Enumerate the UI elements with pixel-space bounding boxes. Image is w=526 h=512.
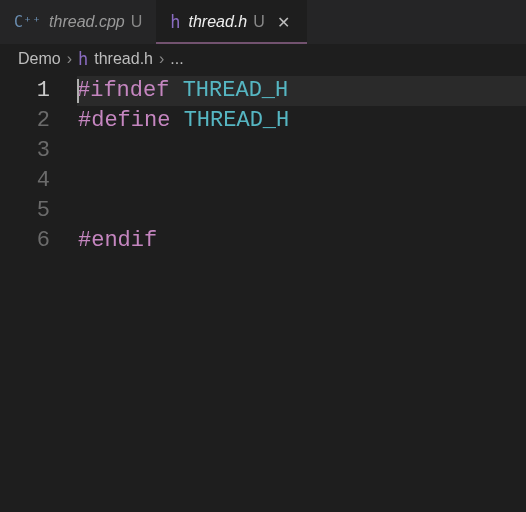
code-token: #ifndef xyxy=(77,78,169,103)
close-icon[interactable]: ✕ xyxy=(275,13,293,31)
code-token: THREAD_H xyxy=(183,78,289,103)
code-line[interactable]: #define THREAD_H xyxy=(78,106,526,136)
line-number: 4 xyxy=(0,166,50,196)
tab-thread-cpp[interactable]: C⁺⁺ thread.cpp U xyxy=(0,0,156,44)
breadcrumb-tail[interactable]: ... xyxy=(170,50,183,68)
h-icon: h xyxy=(78,49,88,69)
modified-indicator: U xyxy=(253,13,265,31)
code-token xyxy=(170,108,183,133)
code-token: #endif xyxy=(78,228,157,253)
tab-label: thread.cpp xyxy=(49,13,125,31)
tab-thread-h[interactable]: h thread.h U ✕ xyxy=(156,0,307,44)
code-line[interactable] xyxy=(78,136,526,166)
code-line[interactable] xyxy=(78,196,526,226)
code-line[interactable] xyxy=(78,166,526,196)
tab-label: thread.h xyxy=(189,13,248,31)
line-number: 6 xyxy=(0,226,50,256)
modified-indicator: U xyxy=(131,13,143,31)
h-icon: h xyxy=(170,12,180,32)
chevron-right-icon: › xyxy=(67,50,72,68)
line-number: 5 xyxy=(0,196,50,226)
breadcrumb-root[interactable]: Demo xyxy=(18,50,61,68)
line-number: 2 xyxy=(0,106,50,136)
code-editor[interactable]: 123456 #ifndef THREAD_H#define THREAD_H#… xyxy=(0,74,526,256)
line-gutter: 123456 xyxy=(0,76,78,256)
breadcrumb-file[interactable]: thread.h xyxy=(94,50,153,68)
line-number: 3 xyxy=(0,136,50,166)
tabbar: C⁺⁺ thread.cpp U h thread.h U ✕ xyxy=(0,0,526,44)
code-line[interactable]: #endif xyxy=(78,226,526,256)
line-number: 1 xyxy=(0,76,50,106)
code-area[interactable]: #ifndef THREAD_H#define THREAD_H#endif xyxy=(78,76,526,256)
breadcrumb[interactable]: Demo › h thread.h › ... xyxy=(0,44,526,74)
code-token: THREAD_H xyxy=(184,108,290,133)
text-cursor xyxy=(77,79,79,103)
code-line[interactable]: #ifndef THREAD_H xyxy=(77,76,526,106)
cpp-icon: C⁺⁺ xyxy=(14,13,41,31)
code-token: #define xyxy=(78,108,170,133)
chevron-right-icon: › xyxy=(159,50,164,68)
code-token xyxy=(169,78,182,103)
